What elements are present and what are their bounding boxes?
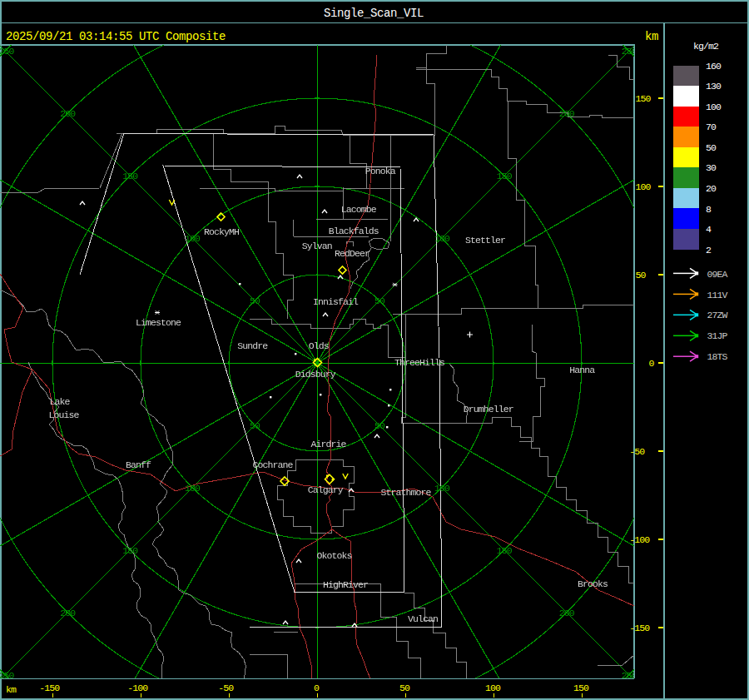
svg-text:Lake: Lake [50, 396, 71, 407]
svg-text:Calgary: Calgary [308, 484, 344, 495]
svg-text:Ponoka: Ponoka [365, 166, 396, 176]
svg-text:150: 150 [122, 171, 138, 181]
svg-text:150: 150 [497, 171, 513, 181]
svg-text:Didsbury: Didsbury [295, 369, 336, 380]
svg-text:50: 50 [374, 295, 385, 306]
svg-text:Innisfail: Innisfail [313, 296, 359, 307]
svg-text:200: 200 [559, 108, 575, 119]
svg-text:Olds: Olds [309, 340, 329, 351]
svg-text:50: 50 [250, 420, 260, 431]
svg-text:Okotoks: Okotoks [317, 550, 352, 561]
svg-text:100: 100 [434, 233, 450, 244]
svg-text:Blackfalds: Blackfalds [329, 226, 379, 236]
svg-text:Sundre: Sundre [237, 340, 268, 351]
svg-text:250: 250 [0, 670, 14, 678]
svg-text:250: 250 [622, 670, 634, 678]
svg-text:Vulcan: Vulcan [408, 613, 438, 624]
svg-text:Hanna: Hanna [569, 365, 595, 375]
svg-text:Stettler: Stettler [465, 235, 505, 246]
svg-text:RedDeer: RedDeer [335, 248, 370, 259]
svg-text:Limestone: Limestone [136, 317, 181, 328]
svg-text:Airdrie: Airdrie [310, 439, 346, 449]
svg-text:50: 50 [250, 295, 260, 306]
svg-text:250: 250 [622, 46, 634, 57]
svg-text:Drumheller: Drumheller [464, 404, 513, 415]
svg-text:Lacombe: Lacombe [341, 204, 377, 215]
svg-text:Banff: Banff [126, 459, 151, 470]
svg-text:150: 150 [497, 545, 513, 556]
svg-text:Sylvan: Sylvan [302, 241, 332, 251]
svg-text:Brooks: Brooks [578, 578, 608, 589]
svg-text:Cochrane: Cochrane [253, 459, 294, 470]
svg-text:100: 100 [434, 483, 450, 494]
svg-text:100: 100 [185, 233, 201, 244]
svg-text:HighRiver: HighRiver [323, 579, 368, 590]
svg-text:150: 150 [122, 545, 138, 556]
svg-text:ThreeHills: ThreeHills [394, 357, 444, 368]
svg-text:RockyMH: RockyMH [204, 226, 239, 237]
svg-text:200: 200 [60, 608, 76, 618]
svg-text:50: 50 [374, 420, 385, 431]
svg-text:100: 100 [185, 483, 201, 494]
svg-text:Strathmore: Strathmore [381, 487, 432, 498]
svg-text:200: 200 [60, 108, 76, 119]
svg-text:Louise: Louise [49, 410, 80, 420]
svg-text:200: 200 [559, 608, 575, 618]
svg-text:250: 250 [0, 46, 14, 57]
